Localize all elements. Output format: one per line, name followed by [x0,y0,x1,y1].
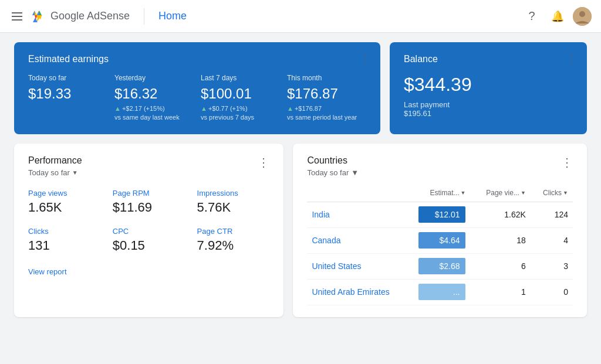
earnings-menu-button[interactable]: ⋮ [359,52,371,66]
countries-period-selector[interactable]: Today so far ▼ [307,168,359,177]
estimate-cell: $2.68 [414,253,471,279]
impressions-value: 5.76K [197,200,270,215]
balance-card-title: Balance [404,54,573,64]
table-row: United States $2.68 6 3 [307,253,573,279]
svg-point-7 [579,11,585,17]
countries-title: Countries [307,155,359,166]
perf-metrics-grid: Page views 1.65K Page RPM $11.69 Impress… [28,189,269,253]
col-pageviews-header[interactable]: Page vie... ▼ [470,184,530,202]
estimate-cell: $4.64 [414,227,471,253]
estimated-earnings-card: Estimated earnings ⋮ Today so far $19.33… [14,42,380,134]
country-cell: India [307,202,414,227]
estimate-cell: ... [414,279,471,305]
perf-impressions: Impressions 5.76K [197,189,270,215]
sort-caret-icon-3: ▼ [563,190,568,196]
cpc-label: CPC [113,227,185,236]
header-title: Home [158,10,187,22]
perf-clicks: Clicks 131 [28,227,101,253]
perf-pagerpm: Page RPM $11.69 [113,189,185,215]
col-clicks-header[interactable]: Clicks ▼ [531,184,573,202]
google-adsense-logo [32,9,46,23]
avatar-icon [573,7,592,26]
svg-marker-1 [35,11,37,15]
earnings-yesterday-value: $16.32 [114,86,194,102]
clicks-value: 131 [28,238,101,253]
table-row: United Arab Emirates ... 1 0 [307,279,573,305]
earnings-last7-change: ▲+$0.77 (+1%) vs previous 7 days [201,104,280,123]
earnings-grid: Today so far $19.33 Yesterday $16.32 ▲+$… [28,74,366,123]
balance-last-payment: Last payment $195.61 [404,100,573,118]
countries-table: Estimat... ▼ Page vie... ▼ [307,184,573,305]
countries-menu-button[interactable]: ⋮ [561,155,573,169]
clicks-cell: 3 [531,253,573,279]
logo-area: Google AdSense [32,9,130,23]
sort-caret-icon: ▼ [461,190,466,196]
up-arrow-icon-3: ▲ [287,105,293,112]
countries-header: Countries Today so far ▼ [307,155,359,184]
table-header-row: Estimat... ▼ Page vie... ▼ [307,184,573,202]
col-country [307,184,414,202]
impressions-label: Impressions [197,189,270,198]
table-row: Canada $4.64 18 4 [307,227,573,253]
pageviews-value: 1.65K [28,200,101,215]
header: Google AdSense Home ? 🔔 [0,0,601,33]
earnings-today: Today so far $19.33 [28,74,107,123]
earnings-thismonth-change: ▲+$176.87 vs same period last year [287,104,366,123]
country-cell: United Arab Emirates [307,279,414,305]
help-icon: ? [528,9,535,23]
col-estimate-header[interactable]: Estimat... ▼ [414,184,471,202]
period-caret-icon: ▼ [72,169,78,176]
perf-pageviews: Page views 1.65K [28,189,101,215]
earnings-today-value: $19.33 [28,86,107,102]
clicks-cell: 4 [531,227,573,253]
pagectr-value: 7.92% [197,238,270,253]
sort-caret-icon-2: ▼ [521,190,526,196]
table-row: India $12.01 1.62K 124 [307,202,573,227]
earnings-yesterday-label: Yesterday [114,74,194,82]
bell-icon: 🔔 [551,10,564,23]
perf-menu-button[interactable]: ⋮ [258,155,269,169]
avatar[interactable] [573,7,592,26]
performance-card: Performance Today so far ▼ ⋮ Page views … [14,144,283,317]
clicks-label: Clicks [28,227,101,236]
up-arrow-icon-2: ▲ [201,105,207,112]
view-report-link[interactable]: View report [28,267,67,276]
balance-value: $344.39 [404,74,573,96]
pageviews-cell: 18 [470,227,530,253]
hamburger-menu[interactable] [9,10,25,23]
pageviews-label: Page views [28,189,101,198]
help-button[interactable]: ? [521,6,542,27]
earnings-thismonth-label: This month [287,74,366,82]
pagerpm-label: Page RPM [113,189,185,198]
bottom-row: Performance Today so far ▼ ⋮ Page views … [14,144,587,317]
earnings-card-title: Estimated earnings [28,54,366,64]
svg-marker-0 [32,11,35,15]
cpc-value: $0.15 [113,238,185,253]
perf-cpc: CPC $0.15 [113,227,185,253]
countries-caret-icon: ▼ [351,168,359,177]
pagectr-label: Page CTR [197,227,270,236]
balance-card: Balance ⋮ $344.39 Last payment $195.61 [390,42,587,134]
earnings-yesterday-change: ▲+$2.17 (+15%) vs same day last week [114,104,194,123]
earnings-yesterday: Yesterday $16.32 ▲+$2.17 (+15%) vs same … [114,74,194,123]
balance-menu-button[interactable]: ⋮ [566,52,578,66]
header-left: Google AdSense Home [9,8,521,25]
perf-header: Performance Today so far ▼ [28,155,82,189]
country-cell: Canada [307,227,414,253]
perf-period-selector[interactable]: Today so far ▼ [28,168,82,177]
earnings-last7-label: Last 7 days [201,74,280,82]
clicks-cell: 124 [531,202,573,227]
pageviews-cell: 1.62K [470,202,530,227]
clicks-cell: 0 [531,279,573,305]
countries-card: Countries Today so far ▼ ⋮ Estimat... [293,144,587,317]
notifications-button[interactable]: 🔔 [547,6,568,27]
perf-pagectr: Page CTR 7.92% [197,227,270,253]
earnings-last7: Last 7 days $100.01 ▲+$0.77 (+1%) vs pre… [201,74,280,123]
country-cell: United States [307,253,414,279]
estimate-cell: $12.01 [414,202,471,227]
header-divider [144,8,144,25]
top-row: Estimated earnings ⋮ Today so far $19.33… [14,42,587,134]
up-arrow-icon: ▲ [114,105,121,112]
earnings-thismonth: This month $176.87 ▲+$176.87 vs same per… [287,74,366,123]
earnings-thismonth-value: $176.87 [287,86,366,102]
